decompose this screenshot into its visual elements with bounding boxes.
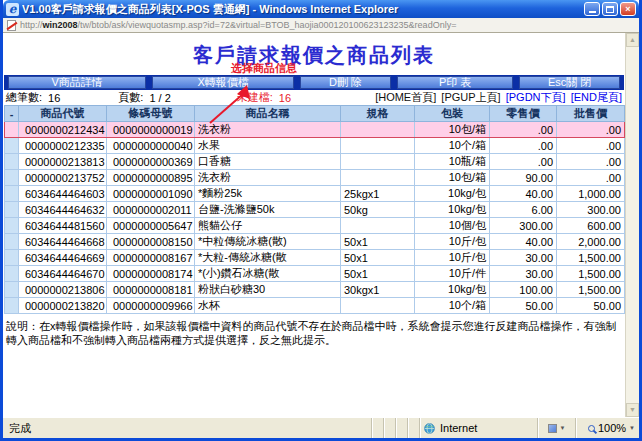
row-marker <box>5 266 19 282</box>
cell-product-code: 0000000212434 <box>19 122 107 138</box>
zoom-control[interactable]: 100% ▼ <box>575 418 639 438</box>
cell-spec <box>341 170 415 186</box>
cell-spec <box>341 298 415 314</box>
ie-icon: e <box>6 3 19 16</box>
cell-retail-price: 30.00 <box>490 250 557 266</box>
page-content: 客戶請求報價之商品列表 选择商品信息 V商品詳情 X轉報價檔 D刪 除 P印 表… <box>3 33 625 417</box>
cell-barcode: 0000000000369 <box>107 154 195 170</box>
table-row[interactable]: 0000000212434 0000000000019 洗衣粉 10包/箱 .0… <box>5 122 625 138</box>
table-row[interactable]: 6034644464603 0000000001090 *麵粉25k 25kgx… <box>5 186 625 202</box>
cell-wholesale-price: .00 <box>557 170 625 186</box>
total-count-label: 總筆數: <box>6 90 42 105</box>
title-bar[interactable]: e V1.00客戶請求報價之商品列表[X-POS 雲通網] - Windows … <box>3 0 639 18</box>
cell-product-code: 0000000213806 <box>19 282 107 298</box>
cell-retail-price: 40.00 <box>490 186 557 202</box>
maximize-button[interactable] <box>602 2 618 16</box>
cell-spec: 50kg <box>341 202 415 218</box>
minimize-button[interactable] <box>584 2 600 16</box>
col-product-code: 商品代號 <box>19 106 107 122</box>
print-button[interactable]: P印 表 <box>397 76 513 89</box>
pgup-page-link[interactable]: [PGUP上頁] <box>441 91 500 103</box>
cell-barcode: 0000000000895 <box>107 170 195 186</box>
globe-icon <box>424 423 435 434</box>
product-table-body: 0000000212434 0000000000019 洗衣粉 10包/箱 .0… <box>5 122 625 314</box>
pgdn-page-link[interactable]: [PGDN下頁] <box>506 91 566 103</box>
status-bar: 完成 Internet ▼ 100% ▼ <box>3 417 639 438</box>
row-marker <box>5 186 19 202</box>
close-button[interactable]: × <box>620 2 636 16</box>
cell-spec: 30kgx1 <box>341 282 415 298</box>
cell-product-name: *大粒-傳統冰糖(散 <box>195 250 341 266</box>
cell-product-name: 台鹽-洗滌鹽50k <box>195 202 341 218</box>
home-page-link[interactable]: [HOME首頁] <box>375 91 436 103</box>
cell-pack: 10斤/包 <box>415 234 490 250</box>
cell-wholesale-price: .00 <box>557 138 625 154</box>
cell-wholesale-price: 2,000.00 <box>557 234 625 250</box>
table-row[interactable]: 0000000213752 0000000000895 洗衣粉 10包/箱 90… <box>5 170 625 186</box>
zoom-level: 100% <box>598 422 626 434</box>
cell-wholesale-price: .00 <box>557 154 625 170</box>
close-page-button[interactable]: Esc關 閉 <box>519 76 620 89</box>
cell-pack: 10瓶/箱 <box>415 154 490 170</box>
cell-barcode: 0000000005647 <box>107 218 195 234</box>
cell-product-code: 6034644464669 <box>19 250 107 266</box>
page-count-label: 頁數: <box>118 90 143 105</box>
cell-retail-price: .00 <box>490 154 557 170</box>
note-line-1: 說明：在x轉報價檔操作時，如果該報價檔中資料的商品代號不存在於商品檔中時，系統會… <box>6 319 625 333</box>
url-host: win2008 <box>43 20 78 30</box>
cell-barcode: 0000000008174 <box>107 266 195 282</box>
cell-pack: 10包/箱 <box>415 122 490 138</box>
cell-spec: 50x1 <box>341 234 415 250</box>
url-text: http://win2008/tw/btob/ask/viewquotasmp.… <box>20 20 456 30</box>
cell-retail-price: 100.00 <box>490 282 557 298</box>
status-panel <box>383 418 395 438</box>
unfiled-label: 未建檔: <box>237 90 273 105</box>
table-row[interactable]: 0000000213813 0000000000369 口香糖 10瓶/箱 .0… <box>5 154 625 170</box>
cell-pack: 10個/包 <box>415 218 490 234</box>
cell-spec: 50x1 <box>341 266 415 282</box>
toolbar: V商品詳情 X轉報價檔 D刪 除 P印 表 Esc關 閉 <box>4 75 624 90</box>
table-row[interactable]: 6034644464668 0000000008150 *中粒傳統冰糖(散) 5… <box>5 234 625 250</box>
row-marker <box>5 170 19 186</box>
product-detail-button[interactable]: V商品詳情 <box>8 76 146 89</box>
status-panel <box>371 418 383 438</box>
table-row[interactable]: 6034644464669 0000000008167 *大粒-傳統冰糖(散 5… <box>5 250 625 266</box>
table-row[interactable]: 6034644481560 0000000005647 熊貓公仔 10個/包 3… <box>5 218 625 234</box>
cell-wholesale-price: .00 <box>557 122 625 138</box>
col-spec: 規格 <box>341 106 415 122</box>
cell-pack: 10kg/包 <box>415 186 490 202</box>
tools-panel[interactable]: ▼ <box>537 418 575 438</box>
table-row[interactable]: 0000000212335 0000000000040 水果 10个/箱 .00… <box>5 138 625 154</box>
cell-product-name: 熊貓公仔 <box>195 218 341 234</box>
cell-spec <box>341 122 415 138</box>
col-pack: 包裝 <box>415 106 490 122</box>
cell-spec <box>341 218 415 234</box>
maximize-icon <box>606 6 614 13</box>
cell-retail-price: 90.00 <box>490 170 557 186</box>
table-row[interactable]: 0000000213806 0000000008181 粉狀白砂糖30 30kg… <box>5 282 625 298</box>
cell-product-code: 6034644464668 <box>19 234 107 250</box>
magnifier-icon <box>588 425 595 432</box>
cell-product-code: 0000000213752 <box>19 170 107 186</box>
row-marker <box>5 138 19 154</box>
cell-wholesale-price: 1,500.00 <box>557 282 625 298</box>
cell-product-name: *麵粉25k <box>195 186 341 202</box>
scroll-up-icon[interactable]: ▲ <box>626 33 639 47</box>
window-title: V1.00客戶請求報價之商品列表[X-POS 雲通網] - Windows In… <box>22 2 584 17</box>
table-row[interactable]: 6034644464670 0000000008174 *(小)鑽石冰糖(散 5… <box>5 266 625 282</box>
status-line: 總筆數: 16 頁數: 1 / 2 未建檔: 16 [HOME首頁] [PGUP… <box>3 90 625 105</box>
cell-product-code: 6034644481560 <box>19 218 107 234</box>
scroll-down-icon[interactable]: ▼ <box>626 403 639 417</box>
transfer-quote-button[interactable]: X轉報價檔 <box>152 76 294 89</box>
security-zone-panel: Internet <box>419 418 537 438</box>
cell-product-name: 水杯 <box>195 298 341 314</box>
row-marker <box>5 250 19 266</box>
table-row[interactable]: 6034644464632 0000000002011 台鹽-洗滌鹽50k 50… <box>5 202 625 218</box>
cell-wholesale-price: 300.00 <box>557 202 625 218</box>
delete-button[interactable]: D刪 除 <box>300 76 391 89</box>
cell-wholesale-price: 1,500.00 <box>557 250 625 266</box>
vertical-scrollbar[interactable]: ▲ ▼ <box>625 33 639 417</box>
end-page-link[interactable]: [END尾頁] <box>571 91 622 103</box>
col-wholesale-price: 批售價 <box>557 106 625 122</box>
table-row[interactable]: 0000000213820 0000000009966 水杯 10个/箱 50.… <box>5 298 625 314</box>
